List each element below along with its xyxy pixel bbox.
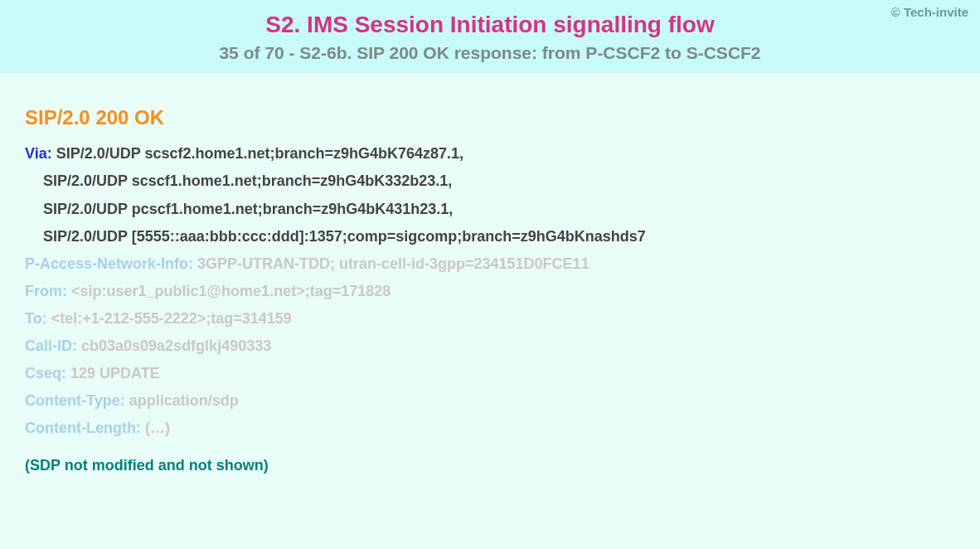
cseq-header-val: 129 UPDATE [70,365,160,381]
sdp-note: (SDP not modified and not shown) [25,457,955,474]
via-header-name: Via [25,145,47,162]
pani-header-line: P-Access-Network-Info: 3GPP-UTRAN-TDD; u… [25,255,955,273]
via-header-val-1: SIP/2.0/UDP scscf2.home1.net;branch=z9hG… [56,145,463,162]
ctype-header-sep: : [120,392,129,409]
pani-header-sep: : [188,255,197,272]
from-header-line: From: <sip:user1_public1@home1.net>;tag=… [25,283,955,300]
callid-header-line: Call-ID: cb03a0s09a2sdfglkj490333 [25,338,955,355]
via-header-val-4: SIP/2.0/UDP [5555::aaa:bbb:ccc:ddd]:1357… [43,227,955,246]
callid-header-name: Call-ID [25,338,72,354]
from-header-val: <sip:user1_public1@home1.net>;tag=171828 [71,283,391,299]
to-header-val: <tel:+1-212-555-2222>;tag=314159 [51,310,292,327]
cseq-header-name: Cseq [25,365,61,381]
to-header-sep: : [42,310,51,327]
to-header-name: To [25,310,42,327]
copyright-text: © Tech-invite [891,5,968,19]
cseq-header-line: Cseq: 129 UPDATE [25,365,955,382]
clen-header-val: (…) [145,420,170,436]
cseq-header-sep: : [61,365,70,381]
clen-header-name: Content-Length [25,420,136,436]
page-subtitle: 35 of 70 - S2-6b. SIP 200 OK response: f… [17,43,963,63]
sip-message-block: SIP/2.0 200 OK Via: SIP/2.0/UDP scscf2.h… [0,73,980,491]
via-header-sep: : [47,145,56,162]
via-header-val-2: SIP/2.0/UDP scscf1.home1.net;branch=z9hG… [43,172,955,191]
page-title: S2. IMS Session Initiation signalling fl… [17,12,963,38]
from-header-name: From [25,283,62,299]
to-header-line: To: <tel:+1-212-555-2222>;tag=314159 [25,310,955,328]
from-header-sep: : [62,283,71,299]
header-bar: © Tech-invite S2. IMS Session Initiation… [0,0,980,73]
via-header-val-3: SIP/2.0/UDP pcscf1.home1.net;branch=z9hG… [43,200,955,219]
clen-header-sep: : [136,420,145,436]
ctype-header-val: application/sdp [129,392,239,409]
clen-header-line: Content-Length: (…) [25,420,955,437]
callid-header-val: cb03a0s09a2sdfglkj490333 [81,338,271,354]
ctype-header-name: Content-Type [25,392,120,409]
pani-header-name: P-Access-Network-Info [25,255,188,272]
callid-header-sep: : [72,338,81,354]
sip-status-line: SIP/2.0 200 OK [25,106,955,129]
pani-header-val: 3GPP-UTRAN-TDD; utran-cell-id-3gpp=23415… [197,255,589,272]
ctype-header-line: Content-Type: application/sdp [25,392,955,410]
via-header-line: Via: SIP/2.0/UDP scscf2.home1.net;branch… [25,144,955,163]
